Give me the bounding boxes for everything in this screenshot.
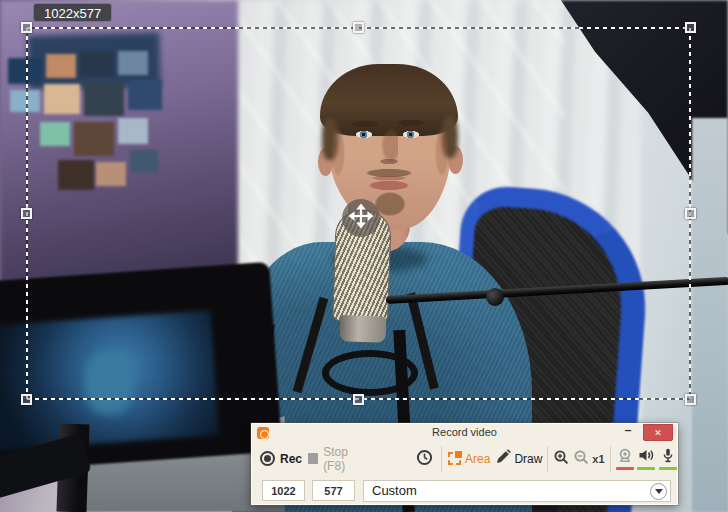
stop-button[interactable]: Stop (F8) xyxy=(308,445,369,473)
webcam-toggle-button[interactable] xyxy=(615,448,634,470)
zoom-in-button[interactable] xyxy=(553,449,570,469)
move-arrows-icon xyxy=(348,203,374,233)
right-wall xyxy=(692,118,728,512)
clock-icon xyxy=(416,449,433,469)
microphone-toggle-button[interactable] xyxy=(658,448,677,470)
record-video-panel: Record video – ✕ Rec Stop (F8) xyxy=(251,423,678,505)
zoom-out-button[interactable] xyxy=(573,449,590,469)
magnifier-plus-icon xyxy=(553,449,570,469)
area-button[interactable]: Area xyxy=(448,452,490,466)
speaker-icon xyxy=(638,448,654,466)
minimize-button[interactable]: – xyxy=(620,424,636,439)
panel-titlebar[interactable]: Record video – ✕ xyxy=(252,424,677,441)
area-button-label: Area xyxy=(465,452,490,466)
zoom-level-label: x1 xyxy=(592,453,604,465)
move-selection-button[interactable] xyxy=(342,199,380,237)
height-input[interactable] xyxy=(312,480,355,501)
selection-size-badge: 1022x577 xyxy=(33,3,112,22)
resize-handle-nw[interactable] xyxy=(21,22,32,33)
preset-dropdown-value: Custom xyxy=(372,483,417,498)
stop-button-label: Stop (F8) xyxy=(323,445,369,473)
record-icon xyxy=(260,451,275,466)
resize-handle-w[interactable] xyxy=(21,208,32,219)
area-selection-icon xyxy=(448,452,461,465)
magnifier-minus-icon xyxy=(573,449,590,469)
width-input[interactable] xyxy=(262,480,305,501)
webcam-disabled-indicator xyxy=(616,467,634,470)
panel-toolbar: Rec Stop (F8) Area xyxy=(252,441,677,476)
stop-icon xyxy=(308,453,318,464)
draw-button-label: Draw xyxy=(514,452,542,466)
rec-button[interactable]: Rec xyxy=(260,451,302,466)
capture-size-row: Custom xyxy=(252,476,677,505)
toolbar-separator xyxy=(610,446,611,472)
toolbar-separator xyxy=(547,446,548,472)
toolbar-separator xyxy=(441,446,442,472)
speaker-toggle-button[interactable] xyxy=(637,448,656,470)
speaker-enabled-indicator xyxy=(637,467,655,470)
resize-handle-se[interactable] xyxy=(685,394,696,405)
resize-handle-sw[interactable] xyxy=(21,394,32,405)
resize-handle-ne[interactable] xyxy=(685,22,696,33)
resize-handle-e[interactable] xyxy=(685,208,696,219)
timer-button[interactable] xyxy=(416,449,433,469)
resize-handle-n[interactable] xyxy=(353,22,364,33)
draw-button[interactable]: Draw xyxy=(495,449,542,468)
preset-dropdown[interactable]: Custom xyxy=(363,480,671,502)
capture-selection-area xyxy=(27,28,690,399)
rec-button-label: Rec xyxy=(280,452,302,466)
screen-recorder-app: 1022x577 Record video – ✕ Rec Stop (F8) xyxy=(0,0,728,512)
webcam-icon xyxy=(617,448,633,466)
resize-handle-s[interactable] xyxy=(353,394,364,405)
microphone-enabled-indicator xyxy=(659,467,677,470)
microphone-icon xyxy=(660,448,676,466)
area-selection-icon-corner xyxy=(455,451,462,458)
chevron-down-icon[interactable] xyxy=(650,483,667,500)
pencil-icon xyxy=(495,449,511,468)
close-button[interactable]: ✕ xyxy=(643,424,673,441)
panel-title: Record video xyxy=(252,426,677,438)
